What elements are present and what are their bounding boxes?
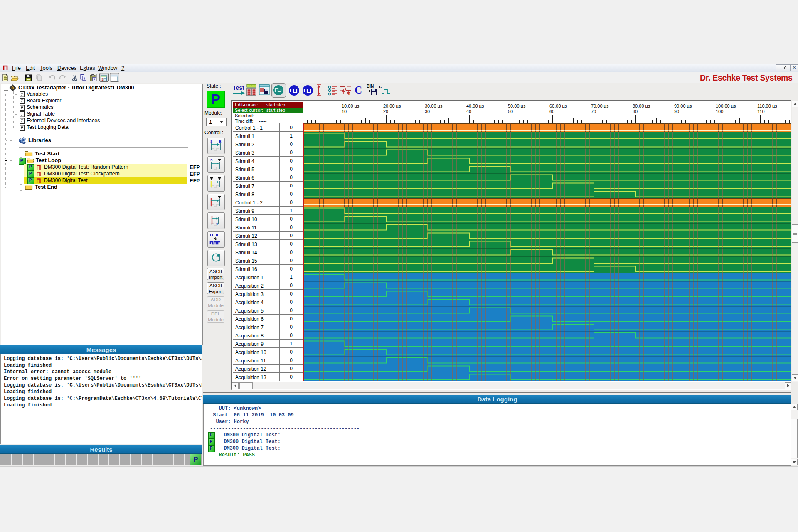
svg-text:80: 80 [633,109,638,114]
svg-text:30.00 µs: 30.00 µs [425,103,443,108]
svg-text:110: 110 [757,109,765,114]
svg-text:70.00 µs: 70.00 µs [591,103,609,108]
svg-text:40.00 µs: 40.00 µs [466,103,484,108]
svg-text:10: 10 [342,109,347,114]
svg-text:90: 90 [674,109,679,114]
svg-text:50.00 µs: 50.00 µs [508,103,526,108]
svg-text:S: S [210,158,213,162]
svg-text:40: 40 [466,109,471,114]
svg-text:BIN: BIN [367,84,374,89]
svg-text:110.00 µs: 110.00 µs [757,103,777,108]
svg-text:100.00 µs: 100.00 µs [716,103,736,108]
svg-text:100: 100 [716,109,723,114]
svg-text:90.00 µs: 90.00 µs [674,103,692,108]
svg-text:60.00 µs: 60.00 µs [549,103,567,108]
svg-text:30: 30 [425,109,430,114]
svg-text:60: 60 [549,109,554,114]
svg-text:E: E [219,140,222,143]
svg-text:1: 1 [216,222,218,226]
svg-text:S: S [210,140,213,143]
svg-text:20: 20 [383,109,388,114]
svg-text:80.00 µs: 80.00 µs [633,103,650,108]
svg-text:10.00 µs: 10.00 µs [342,103,360,108]
svg-text:c: c [379,84,382,89]
svg-text:20.00 µs: 20.00 µs [383,103,401,108]
svg-text:r: r [349,91,351,96]
svg-text:70: 70 [591,109,596,114]
svg-text:50: 50 [508,109,513,114]
